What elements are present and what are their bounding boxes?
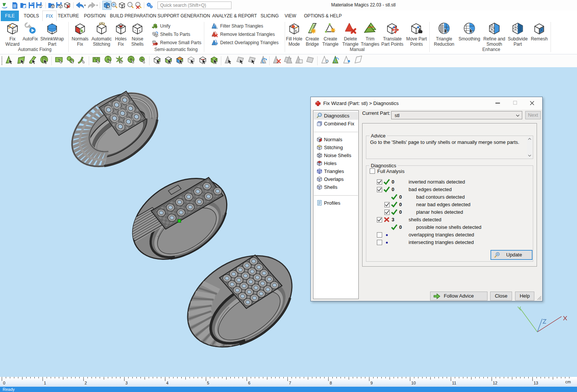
svg-text:5: 5 — [207, 381, 209, 385]
svg-text:4: 4 — [166, 381, 168, 385]
svg-text:1: 1 — [44, 381, 46, 385]
svg-text:13: 13 — [534, 381, 538, 385]
svg-text:0: 0 — [3, 381, 5, 385]
svg-text:9: 9 — [370, 381, 373, 385]
svg-text:8: 8 — [330, 381, 332, 385]
svg-text:6: 6 — [248, 381, 250, 385]
svg-text:7: 7 — [289, 381, 291, 385]
svg-text:10: 10 — [411, 381, 416, 385]
svg-text:11: 11 — [452, 381, 456, 385]
svg-text:2: 2 — [85, 381, 87, 385]
svg-text:12: 12 — [493, 381, 497, 385]
svg-text:3: 3 — [125, 381, 128, 385]
svg-text:cm: cm — [565, 380, 571, 384]
